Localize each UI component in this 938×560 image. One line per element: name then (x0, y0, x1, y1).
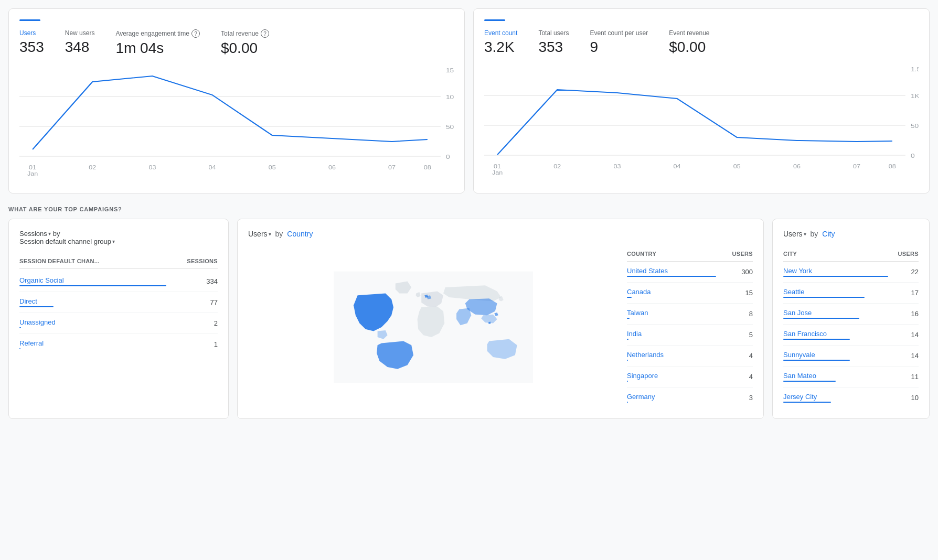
country-germany-name[interactable]: Germany (627, 393, 749, 401)
campaign-unassigned-bar-container (19, 327, 214, 328)
city-sunnyvale-name[interactable]: Sunnyvale (783, 351, 911, 359)
country-singapore-left: Singapore (627, 372, 749, 382)
country-singapore-name[interactable]: Singapore (627, 372, 749, 380)
city-sanfrancisco-name[interactable]: San Francisco (783, 330, 911, 338)
campaign-direct-left: Direct (19, 297, 210, 307)
city-row-jerseycity: Jersey City 10 (783, 387, 919, 408)
campaign-direct-value: 77 (210, 298, 218, 306)
city-card: Users ▾ by City CITY USERS New York 22 (772, 219, 930, 419)
campaign-organic-name[interactable]: Organic Social (19, 276, 206, 284)
city-sanmateo-value: 11 (911, 373, 919, 381)
city-seattle-name[interactable]: Seattle (783, 288, 911, 296)
city-table-header: CITY USERS (783, 246, 919, 262)
campaign-unassigned-bar (19, 327, 21, 328)
svg-text:1K: 1K (911, 93, 919, 99)
metric-revenue: Total revenue ? $0.00 (221, 29, 269, 57)
metric-event-count: Event count 3.2K (484, 29, 517, 56)
city-newyork-name[interactable]: New York (783, 267, 911, 275)
campaign-unassigned-name[interactable]: Unassigned (19, 318, 214, 326)
campaigns-by-line: Sessions ▾ by (19, 230, 218, 238)
campaign-organic-value: 334 (206, 277, 218, 285)
right-line-chart: 0 500 1K 1.5K 01 Jan 02 03 04 05 06 07 (484, 66, 919, 181)
map-metric-arrow: ▾ (269, 231, 271, 237)
city-row-newyork: New York 22 (783, 262, 919, 283)
city-sunnyvale-bar-container (783, 360, 911, 361)
svg-text:08: 08 (889, 164, 896, 169)
country-row-us: United States 300 (627, 262, 753, 283)
country-us-name[interactable]: United States (627, 267, 741, 275)
map-by-text: by (275, 230, 283, 238)
metric-engagement: Average engagement time ? 1m 04s (115, 29, 200, 57)
campaign-direct-name[interactable]: Direct (19, 297, 210, 305)
svg-text:01: 01 (29, 165, 36, 170)
city-row-sanjose: San Jose 16 (783, 304, 919, 325)
country-us-bar (627, 276, 716, 277)
country-germany-value: 3 (749, 394, 753, 402)
col-city: CITY (783, 251, 797, 257)
metric-new-users-label: New users (65, 29, 95, 37)
country-germany-bar (627, 402, 628, 403)
country-netherlands-bar (627, 360, 628, 361)
city-sunnyvale-value: 14 (911, 352, 919, 360)
campaign-referral-left: Referral (19, 339, 214, 349)
city-sanmateo-bar-container (783, 381, 911, 382)
country-india-value: 5 (749, 331, 753, 339)
country-row-netherlands: Netherlands 4 (627, 346, 753, 367)
metric-event-per-user: Event count per user 9 (590, 29, 648, 56)
country-taiwan-bar (627, 318, 630, 319)
right-chart-area: 0 500 1K 1.5K 01 Jan 02 03 04 05 06 07 (484, 66, 919, 181)
svg-text:07: 07 (388, 165, 396, 170)
svg-text:02: 02 (89, 165, 96, 170)
country-canada-name[interactable]: Canada (627, 288, 745, 296)
city-seattle-value: 17 (911, 289, 919, 297)
metric-total-users: Total users 353 (538, 29, 569, 56)
svg-text:08: 08 (424, 165, 431, 170)
city-header: Users ▾ by City (783, 230, 919, 238)
col-session-channel: SESSION DEFAULT CHAN... (19, 258, 100, 264)
sessions-dropdown[interactable]: Sessions ▾ (19, 230, 51, 238)
channel-group-arrow: ▾ (112, 239, 115, 244)
city-sanjose-bar (783, 318, 859, 319)
city-jerseycity-left: Jersey City (783, 393, 911, 403)
country-taiwan-name[interactable]: Taiwan (627, 309, 749, 317)
country-netherlands-name[interactable]: Netherlands (627, 351, 749, 359)
campaign-organic-bar (19, 285, 166, 286)
city-sanfrancisco-value: 14 (911, 331, 919, 339)
channel-group-label: Session default channel group (19, 238, 111, 245)
campaign-referral-bar (19, 348, 20, 349)
country-netherlands-left: Netherlands (627, 351, 749, 361)
metric-engagement-label: Average engagement time ? (115, 29, 200, 38)
engagement-info-icon[interactable]: ? (191, 29, 200, 38)
city-row-sanfrancisco: San Francisco 14 (783, 325, 919, 346)
map-metric-dropdown[interactable]: Users ▾ (248, 230, 271, 238)
campaigns-table-body: Organic Social 334 Direct 77 (19, 271, 218, 354)
metric-new-users: New users 348 (65, 29, 95, 57)
right-metrics-row: Event count 3.2K Total users 353 Event c… (484, 29, 919, 56)
country-india-name[interactable]: India (627, 330, 749, 338)
metric-users-label: Users (19, 29, 44, 37)
channel-group-dropdown[interactable]: Session default channel group ▾ (19, 238, 115, 245)
country-us-value: 300 (741, 268, 753, 276)
city-sanmateo-left: San Mateo (783, 372, 911, 382)
campaign-direct-bar-container (19, 306, 210, 307)
country-singapore-bar-container (627, 381, 749, 382)
country-germany-left: Germany (627, 393, 749, 403)
country-singapore-value: 4 (749, 373, 753, 381)
campaign-row-unassigned: Unassigned 2 (19, 313, 218, 334)
country-taiwan-bar-container (627, 318, 749, 319)
city-metric-dropdown[interactable]: Users ▾ (783, 230, 806, 238)
country-row-india: India 5 (627, 325, 753, 346)
metric-total-users-value: 353 (538, 39, 569, 56)
campaign-unassigned-value: 2 (214, 319, 218, 327)
campaigns-card: Sessions ▾ by Session default channel gr… (8, 219, 229, 419)
svg-text:03: 03 (148, 165, 156, 170)
campaign-referral-name[interactable]: Referral (19, 339, 214, 347)
city-sanjose-name[interactable]: San Jose (783, 309, 911, 317)
revenue-info-icon[interactable]: ? (261, 29, 269, 38)
city-sanmateo-name[interactable]: San Mateo (783, 372, 911, 380)
campaign-organic-bar-container (19, 285, 206, 286)
metric-new-users-value: 348 (65, 39, 95, 56)
sessions-dropdown-arrow: ▾ (48, 231, 51, 236)
city-newyork-value: 22 (911, 268, 919, 276)
city-jerseycity-name[interactable]: Jersey City (783, 393, 911, 401)
